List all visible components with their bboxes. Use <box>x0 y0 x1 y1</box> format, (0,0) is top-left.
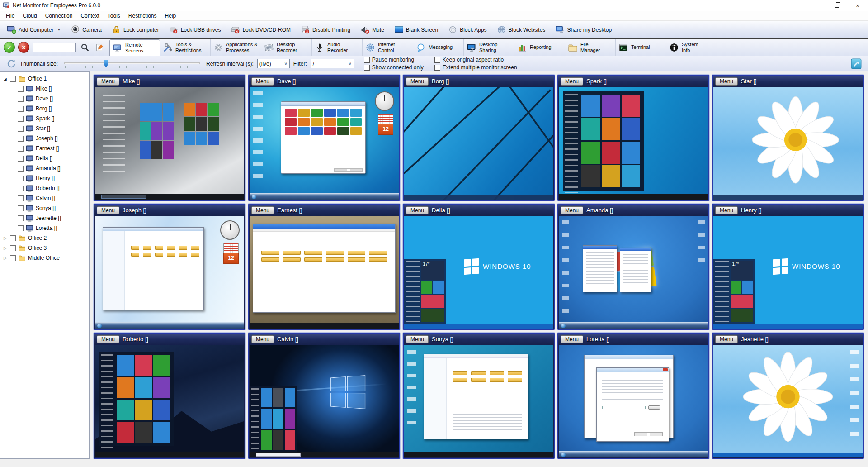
tile-menu-button[interactable]: Menu <box>251 335 274 343</box>
cancel-button[interactable]: × <box>18 42 29 53</box>
tree-item-della[interactable]: Della [] <box>0 153 89 163</box>
add-computer-button[interactable]: Add Computer ▼ <box>2 22 66 38</box>
tree-item-roberto[interactable]: Roberto [] <box>0 183 89 193</box>
desktop-preview[interactable] <box>559 216 708 329</box>
maximize-button[interactable] <box>826 0 847 11</box>
menu-file[interactable]: File <box>2 12 19 20</box>
minimize-button[interactable]: – <box>806 0 826 11</box>
tab-remote-screens[interactable]: RemoteScreens <box>109 39 160 56</box>
refresh-interval-select[interactable]: (live) ∨ <box>257 59 290 68</box>
lock-usb-button[interactable]: Lock USB drives <box>164 22 226 38</box>
tree-checkbox[interactable] <box>10 235 16 241</box>
thumbnail-size-slider[interactable] <box>64 59 200 69</box>
menu-cloud[interactable]: Cloud <box>19 12 41 20</box>
tile-menu-button[interactable]: Menu <box>715 206 738 214</box>
camera-button[interactable]: Camera <box>66 22 107 38</box>
tile-menu-button[interactable]: Menu <box>561 335 583 343</box>
tree-item-amanda[interactable]: Amanda [] <box>0 163 89 173</box>
tree-checkbox[interactable] <box>10 76 16 82</box>
menu-restrictions[interactable]: Restrictions <box>124 12 161 20</box>
checkbox-keep-aspect-ratio[interactable] <box>434 57 440 63</box>
mute-button[interactable]: Mute <box>355 22 389 38</box>
desktop-preview[interactable] <box>95 87 244 200</box>
notes-button[interactable] <box>94 42 106 53</box>
tree-item-jeanette[interactable]: Jeanette [] <box>0 213 89 223</box>
desktop-preview[interactable]: WINDOWS 10 17° <box>404 216 553 329</box>
tile-menu-button[interactable]: Menu <box>715 77 738 86</box>
tree-item-mike[interactable]: Mike [] <box>0 84 89 94</box>
tree-item-joseph[interactable]: Joseph [] <box>0 133 89 143</box>
tab-file-manager[interactable]: FileManager <box>565 39 616 56</box>
lock-dvd-button[interactable]: Lock DVD/CD-ROM <box>226 22 296 38</box>
tree-checkbox[interactable] <box>18 86 24 92</box>
tree-checkbox[interactable] <box>18 96 24 102</box>
tab-terminal[interactable]: Terminal <box>616 39 666 56</box>
tree-checkbox[interactable] <box>18 116 24 122</box>
desktop-preview[interactable] <box>713 345 863 457</box>
desktop-preview[interactable] <box>713 87 863 200</box>
desktop-preview[interactable] <box>404 87 553 200</box>
tree-checkbox[interactable] <box>18 176 24 181</box>
tab-reporting[interactable]: Reporting <box>514 39 565 56</box>
lock-computer-button[interactable]: Lock computer <box>107 22 164 38</box>
tile-menu-button[interactable]: Menu <box>406 77 429 86</box>
tab-applications-processes[interactable]: Applications &Processes <box>211 39 261 56</box>
computer-search-input[interactable] <box>33 43 76 52</box>
close-button[interactable]: × <box>847 0 868 11</box>
tab-system-info[interactable]: SystemInfo <box>666 39 717 56</box>
checkbox-pause-monitoring[interactable] <box>364 57 370 63</box>
tile-menu-button[interactable]: Menu <box>251 206 274 214</box>
tree-checkbox[interactable] <box>10 255 16 261</box>
tree-checkbox[interactable] <box>18 186 24 191</box>
tree-item-calvin[interactable]: Calvin [] <box>0 193 89 203</box>
tile-menu-button[interactable]: Menu <box>97 335 119 343</box>
block-websites-button[interactable]: Block Websites <box>492 22 551 38</box>
desktop-preview[interactable] <box>404 345 553 457</box>
tile-menu-button[interactable]: Menu <box>97 206 119 214</box>
disable-printing-button[interactable]: Disable Printing <box>296 22 355 38</box>
tree-checkbox[interactable] <box>18 126 24 132</box>
refresh-icon[interactable] <box>6 59 16 69</box>
tab-desktop-sharing[interactable]: DesktopSharing <box>464 39 514 56</box>
tile-menu-button[interactable]: Menu <box>561 77 583 86</box>
tree-checkbox[interactable] <box>18 215 24 221</box>
search-button[interactable] <box>79 42 91 53</box>
tree-item-earnest[interactable]: Earnest [] <box>0 143 89 153</box>
tree-item-borg[interactable]: Borg [] <box>0 104 89 114</box>
expand-view-button[interactable] <box>851 58 862 69</box>
tree-group-office-2[interactable]: ▷ Office 2 <box>0 233 89 243</box>
tree-item-loretta[interactable]: Loretta [] <box>0 223 89 233</box>
desktop-preview[interactable] <box>250 216 399 329</box>
tab-tools-restrictions[interactable]: Tools &Restrictions <box>160 39 211 56</box>
filter-select[interactable]: / ∨ <box>311 59 354 68</box>
tree-item-henry[interactable]: Henry [] <box>0 173 89 183</box>
tab-internet-control[interactable]: InternetControl <box>363 39 413 56</box>
desktop-preview[interactable] <box>95 345 244 457</box>
expander-collapsed-icon[interactable]: ▷ <box>3 256 8 260</box>
tile-menu-button[interactable]: Menu <box>561 206 583 214</box>
menu-help[interactable]: Help <box>160 12 180 20</box>
tree-checkbox[interactable] <box>18 146 24 152</box>
tile-menu-button[interactable]: Menu <box>406 206 429 214</box>
tile-menu-button[interactable]: Menu <box>406 335 429 343</box>
desktop-preview[interactable]: 12 <box>95 216 244 329</box>
tree-item-star[interactable]: Star [] <box>0 124 89 133</box>
tab-desktop-recorder[interactable]: DesktopRecorder <box>261 39 312 56</box>
block-apps-button[interactable]: Block Apps <box>443 22 491 38</box>
tree-checkbox[interactable] <box>18 166 24 172</box>
tree-checkbox[interactable] <box>18 195 24 201</box>
tree-checkbox[interactable] <box>18 136 24 142</box>
blank-screen-button[interactable]: Blank Screen <box>389 22 443 38</box>
tile-menu-button[interactable]: Menu <box>251 77 274 86</box>
tree-checkbox[interactable] <box>18 106 24 112</box>
menu-tools[interactable]: Tools <box>104 12 124 20</box>
tree-item-sonya[interactable]: Sonya [] <box>0 203 89 213</box>
desktop-preview[interactable]: 12 <box>250 87 399 200</box>
menu-connection[interactable]: Connection <box>41 12 77 20</box>
tree-group-office-3[interactable]: ▷ Office 3 <box>0 243 89 253</box>
tab-audio-recorder[interactable]: AudioRecorder <box>312 39 363 56</box>
desktop-preview[interactable] <box>559 345 708 457</box>
menu-context[interactable]: Context <box>76 12 103 20</box>
desktop-preview[interactable] <box>250 345 399 457</box>
expander-collapsed-icon[interactable]: ▷ <box>3 236 8 240</box>
